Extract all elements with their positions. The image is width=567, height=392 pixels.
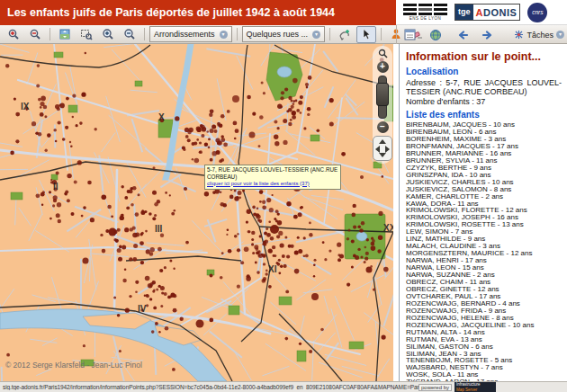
chevron-down-icon: ▾ (312, 31, 320, 39)
back-button[interactable] (452, 26, 472, 43)
map-copyright: © 2012 Serge Klarsfeld - Jean-Luc Pinol (5, 361, 142, 370)
pan-pad[interactable] (373, 136, 392, 161)
globe-icon (429, 29, 442, 41)
district-label: X (158, 112, 165, 122)
fixedzoomin-icon (102, 28, 114, 40)
mapserver-badge: Infrastructure Map Server (454, 382, 496, 392)
zoom-plus-button[interactable]: + (377, 61, 389, 73)
addselect-icon (338, 28, 351, 40)
tasks-chevron-icon: ▾ (556, 31, 564, 39)
map-info-popup: 5-7, RUE JACQUES LOUVEL-TESSIER (ANC.RUE… (204, 165, 341, 190)
tge-adonis-logo: tge ADONIS (454, 4, 520, 21)
zoomout-button[interactable] (25, 26, 45, 43)
legend-window-icon (404, 29, 416, 40)
info-panel: Information sur le point... Localisation… (399, 44, 567, 381)
slider-zoom-icon (378, 49, 388, 58)
district-label: III (155, 224, 163, 234)
pan-icon (58, 28, 71, 40)
addselect-button[interactable] (335, 26, 355, 43)
localisation-header: Localisation (406, 67, 567, 76)
overview-button[interactable] (426, 26, 446, 43)
pan-left-icon[interactable] (375, 146, 380, 153)
fixedzoomin-button[interactable] (98, 26, 118, 43)
zoom-minus-button[interactable]: − (377, 121, 389, 133)
arrondissements-select-label: Arrondissements (154, 30, 215, 39)
zoom-slider-handle[interactable] (376, 83, 389, 106)
fixedzoomout-button[interactable] (120, 26, 140, 43)
forward-button[interactable] (478, 26, 498, 43)
ens-logo: ENS DE LYON (403, 4, 447, 21)
ens-logo-caption: ENS DE LYON (410, 16, 441, 21)
zoom-slider-track[interactable] (378, 76, 387, 119)
logo-bar: ENS DE LYON tge ADONIS cnrs (396, 0, 567, 25)
tasks-icon (514, 30, 524, 40)
toolbar-divider (396, 25, 397, 44)
badge-line2: Map Server (456, 388, 494, 392)
district-label: II (53, 182, 58, 192)
map-toolbar: Arrondissements ▾ Quelques rues ... ▾ (0, 25, 567, 44)
map-canvas[interactable]: IXXIIIIIIVXIXX 5-7, RUE JACQUES LOUVEL-T… (0, 44, 393, 381)
pan-up-icon[interactable] (379, 139, 386, 144)
tge-label: tge (455, 4, 473, 20)
application-window: Les enfants juifs de Paris déportés de j… (0, 0, 567, 392)
children-count-text: Nombre d'enfants : 37 (406, 97, 562, 106)
popup-address: 5-7, RUE JACQUES LOUVEL-TESSIER (ANC.RUE… (207, 166, 338, 181)
cnrs-logo: cnrs (527, 3, 547, 22)
fixedzoomout-icon (123, 28, 136, 40)
pan-down-icon[interactable] (379, 153, 386, 157)
back-arrow-icon (455, 30, 469, 40)
arrondissements-select[interactable]: Arrondissements ▾ (149, 26, 232, 42)
district-label: IV (138, 304, 147, 314)
status-bar: sig.tge-adonis.fr/Paris1942/information/… (0, 381, 567, 392)
zoomwindow-icon (80, 28, 93, 40)
forward-arrow-icon (482, 30, 495, 40)
page-title: Les enfants juifs de Paris déportés de j… (0, 0, 396, 25)
zoomin-icon (7, 28, 20, 40)
zoomwindow-button[interactable] (76, 26, 96, 43)
status-url: sig.tge-adonis.fr/Paris1942/information/… (0, 384, 418, 390)
district-label: IX (21, 102, 30, 111)
children-list: BIRENBAUM, JACQUES - 10 ansBIRENBAUM, LE… (406, 121, 567, 381)
popup-children-link[interactable]: cliquer ici pour voir la liste des enfan… (207, 181, 338, 188)
pointer-icon (360, 28, 373, 40)
district-label: XI (268, 264, 277, 274)
pan-right-icon[interactable] (385, 146, 390, 153)
zoomout-icon (29, 28, 41, 40)
adonis-label: ADONIS (473, 7, 520, 18)
ens-logo-bars (403, 4, 447, 15)
map-tools-group: Arrondissements ▾ Quelques rues ... ▾ (0, 26, 428, 43)
zoom-slider-control: + − (373, 46, 392, 164)
zoomin-button[interactable] (4, 26, 23, 43)
pointer-button[interactable] (356, 26, 376, 43)
tasks-control[interactable]: Tâches ▾ (514, 25, 564, 44)
rues-select-label: Quelques rues ... (247, 30, 309, 39)
district-label: XX (383, 223, 393, 233)
panel-title: Information sur le point... (406, 50, 567, 63)
pan-button[interactable] (55, 26, 75, 43)
panel-tools-group (400, 25, 498, 44)
children-list-header: Liste des enfants (406, 110, 567, 120)
powered-by-label: powered by (418, 384, 452, 391)
address-text: Adresse : 5-7, RUE JACQUES LOUVEL-TESSIE… (406, 78, 562, 97)
rues-select[interactable]: Quelques rues ... ▾ (242, 26, 326, 42)
map-graphic[interactable]: IXXIIIIIIVXIXX (0, 44, 393, 381)
tasks-label: Tâches (526, 31, 554, 40)
chevron-down-icon: ▾ (220, 31, 228, 39)
legend-button[interactable] (400, 26, 419, 43)
